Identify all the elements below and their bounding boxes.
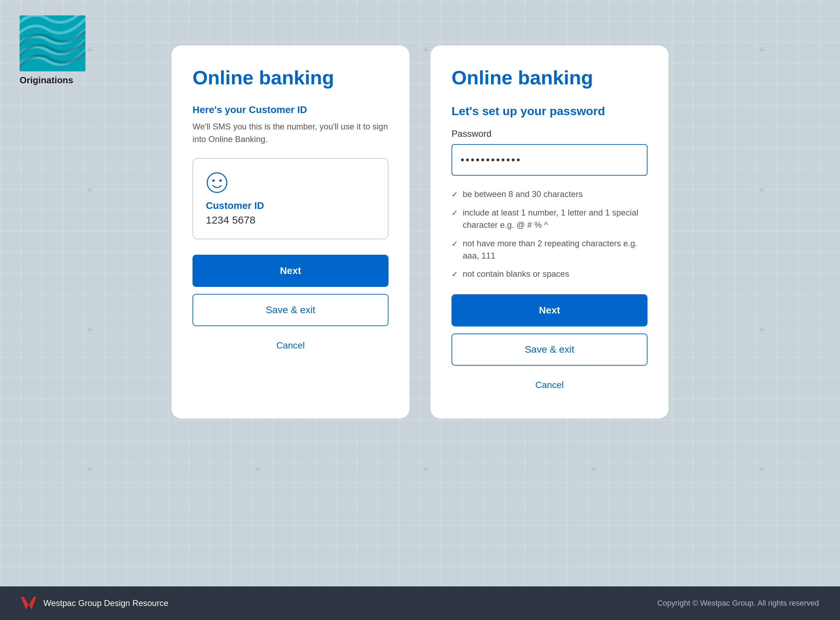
footer-left: Westpac Group Design Resource [21,597,169,609]
card2-setup-heading: Let's set up your password [452,104,647,118]
rule-3: ✓ not have more than 2 repeating charact… [452,238,647,262]
plus-marker: + [759,465,765,474]
rule-2-text: include at least 1 number, 1 letter and … [463,207,647,231]
password-label: Password [452,128,647,139]
rule-2: ✓ include at least 1 number, 1 letter an… [452,207,647,231]
card1-next-button[interactable]: Next [193,255,388,287]
card1-cancel-button[interactable]: Cancel [193,333,388,358]
plus-marker: + [591,465,596,474]
footer-copyright: Copyright © Westpac Group. All rights re… [657,599,819,608]
rule-1: ✓ be between 8 and 30 characters [452,188,647,200]
check-icon-4: ✓ [452,269,458,280]
rule-1-text: be between 8 and 30 characters [463,188,583,200]
card1-title: Online banking [193,66,388,89]
plus-marker: + [423,465,428,474]
check-icon-2: ✓ [452,208,458,219]
card2-cancel-button[interactable]: Cancel [452,373,647,397]
westpac-w-logo [21,597,36,609]
plus-marker: + [255,465,260,474]
card-password: Online banking Let's set up your passwor… [431,45,668,418]
card1-section-desc: We'll SMS you this is the number, you'll… [193,120,388,146]
svg-marker-4 [21,597,36,609]
check-icon-1: ✓ [452,189,458,200]
svg-point-2 [212,179,215,182]
card1-section-heading: Here's your Customer ID [193,104,388,116]
rule-4: ✓ not contain blanks or spaces [452,268,647,280]
check-icon-3: ✓ [452,238,458,250]
plus-marker: + [87,465,92,474]
footer-brand: Westpac Group Design Resource [44,598,169,608]
card2-next-button[interactable]: Next [452,294,647,327]
svg-point-1 [207,173,227,193]
svg-point-3 [220,179,222,182]
card1-save-button[interactable]: Save & exit [193,294,388,326]
customer-id-box: Customer ID 1234 5678 [193,158,388,239]
password-rules: ✓ be between 8 and 30 characters ✓ inclu… [452,188,647,280]
card2-title: Online banking [452,66,647,89]
customer-id-value: 1234 5678 [206,214,256,226]
password-input[interactable] [452,144,647,176]
rule-4-text: not contain blanks or spaces [463,268,569,280]
smiley-icon [206,172,228,194]
footer: Westpac Group Design Resource Copyright … [0,587,840,620]
customer-id-label: Customer ID [206,200,264,211]
rule-3-text: not have more than 2 repeating character… [463,238,647,262]
card2-save-button[interactable]: Save & exit [452,333,647,366]
cards-container: Online banking Here's your Customer ID W… [0,45,840,418]
card-customer-id: Online banking Here's your Customer ID W… [172,45,409,418]
